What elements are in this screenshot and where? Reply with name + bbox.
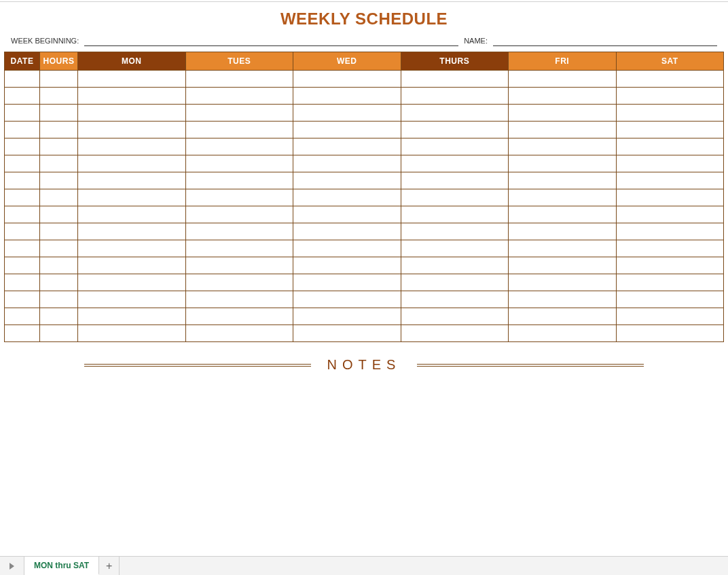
add-sheet-button[interactable]: + bbox=[99, 557, 120, 575]
cell-date[interactable] bbox=[5, 274, 40, 291]
cell-sat[interactable] bbox=[616, 172, 724, 189]
cell-fri[interactable] bbox=[509, 257, 617, 274]
cell-wed[interactable] bbox=[293, 206, 401, 223]
sheet-tab-active[interactable]: MON thru SAT bbox=[24, 557, 99, 575]
cell-thurs[interactable] bbox=[401, 189, 509, 206]
cell-fri[interactable] bbox=[509, 325, 617, 342]
cell-hours[interactable] bbox=[40, 308, 78, 325]
tab-nav-button[interactable] bbox=[0, 557, 24, 575]
cell-hours[interactable] bbox=[40, 138, 78, 155]
cell-mon[interactable] bbox=[78, 291, 186, 308]
cell-wed[interactable] bbox=[293, 155, 401, 172]
cell-date[interactable] bbox=[5, 308, 40, 325]
cell-mon[interactable] bbox=[78, 223, 186, 240]
cell-mon[interactable] bbox=[78, 105, 186, 122]
cell-mon[interactable] bbox=[78, 206, 186, 223]
cell-sat[interactable] bbox=[616, 155, 724, 172]
cell-date[interactable] bbox=[5, 138, 40, 155]
cell-hours[interactable] bbox=[40, 105, 78, 122]
cell-sat[interactable] bbox=[616, 257, 724, 274]
cell-wed[interactable] bbox=[293, 274, 401, 291]
cell-thurs[interactable] bbox=[401, 105, 509, 122]
cell-fri[interactable] bbox=[509, 172, 617, 189]
cell-date[interactable] bbox=[5, 122, 40, 138]
cell-tues[interactable] bbox=[185, 138, 293, 155]
cell-wed[interactable] bbox=[293, 325, 401, 342]
cell-thurs[interactable] bbox=[401, 308, 509, 325]
cell-tues[interactable] bbox=[185, 122, 293, 138]
cell-date[interactable] bbox=[5, 105, 40, 122]
cell-date[interactable] bbox=[5, 172, 40, 189]
cell-thurs[interactable] bbox=[401, 257, 509, 274]
cell-wed[interactable] bbox=[293, 308, 401, 325]
cell-wed[interactable] bbox=[293, 172, 401, 189]
cell-fri[interactable] bbox=[509, 71, 617, 88]
cell-sat[interactable] bbox=[616, 138, 724, 155]
cell-fri[interactable] bbox=[509, 206, 617, 223]
cell-thurs[interactable] bbox=[401, 325, 509, 342]
cell-fri[interactable] bbox=[509, 240, 617, 257]
cell-fri[interactable] bbox=[509, 105, 617, 122]
cell-tues[interactable] bbox=[185, 172, 293, 189]
cell-mon[interactable] bbox=[78, 88, 186, 105]
name-field[interactable] bbox=[493, 37, 717, 46]
cell-hours[interactable] bbox=[40, 206, 78, 223]
cell-sat[interactable] bbox=[616, 122, 724, 138]
cell-thurs[interactable] bbox=[401, 240, 509, 257]
cell-tues[interactable] bbox=[185, 88, 293, 105]
cell-wed[interactable] bbox=[293, 71, 401, 88]
cell-fri[interactable] bbox=[509, 274, 617, 291]
cell-tues[interactable] bbox=[185, 71, 293, 88]
cell-tues[interactable] bbox=[185, 274, 293, 291]
cell-sat[interactable] bbox=[616, 71, 724, 88]
cell-wed[interactable] bbox=[293, 122, 401, 138]
cell-tues[interactable] bbox=[185, 291, 293, 308]
cell-thurs[interactable] bbox=[401, 223, 509, 240]
cell-hours[interactable] bbox=[40, 189, 78, 206]
cell-thurs[interactable] bbox=[401, 88, 509, 105]
cell-wed[interactable] bbox=[293, 240, 401, 257]
cell-fri[interactable] bbox=[509, 189, 617, 206]
cell-hours[interactable] bbox=[40, 291, 78, 308]
cell-mon[interactable] bbox=[78, 240, 186, 257]
cell-date[interactable] bbox=[5, 325, 40, 342]
cell-tues[interactable] bbox=[185, 257, 293, 274]
cell-fri[interactable] bbox=[509, 291, 617, 308]
cell-sat[interactable] bbox=[616, 274, 724, 291]
cell-fri[interactable] bbox=[509, 122, 617, 138]
cell-thurs[interactable] bbox=[401, 71, 509, 88]
cell-date[interactable] bbox=[5, 206, 40, 223]
cell-mon[interactable] bbox=[78, 138, 186, 155]
cell-hours[interactable] bbox=[40, 155, 78, 172]
cell-mon[interactable] bbox=[78, 172, 186, 189]
cell-tues[interactable] bbox=[185, 240, 293, 257]
cell-date[interactable] bbox=[5, 291, 40, 308]
cell-thurs[interactable] bbox=[401, 172, 509, 189]
cell-thurs[interactable] bbox=[401, 122, 509, 138]
cell-date[interactable] bbox=[5, 240, 40, 257]
cell-tues[interactable] bbox=[185, 206, 293, 223]
cell-hours[interactable] bbox=[40, 257, 78, 274]
cell-hours[interactable] bbox=[40, 274, 78, 291]
cell-tues[interactable] bbox=[185, 155, 293, 172]
cell-wed[interactable] bbox=[293, 88, 401, 105]
cell-sat[interactable] bbox=[616, 88, 724, 105]
cell-thurs[interactable] bbox=[401, 155, 509, 172]
cell-sat[interactable] bbox=[616, 240, 724, 257]
cell-mon[interactable] bbox=[78, 274, 186, 291]
cell-date[interactable] bbox=[5, 223, 40, 240]
cell-mon[interactable] bbox=[78, 155, 186, 172]
cell-tues[interactable] bbox=[185, 105, 293, 122]
cell-thurs[interactable] bbox=[401, 206, 509, 223]
cell-hours[interactable] bbox=[40, 223, 78, 240]
cell-hours[interactable] bbox=[40, 325, 78, 342]
cell-sat[interactable] bbox=[616, 308, 724, 325]
cell-tues[interactable] bbox=[185, 308, 293, 325]
cell-fri[interactable] bbox=[509, 138, 617, 155]
cell-mon[interactable] bbox=[78, 189, 186, 206]
cell-thurs[interactable] bbox=[401, 274, 509, 291]
cell-mon[interactable] bbox=[78, 122, 186, 138]
cell-hours[interactable] bbox=[40, 172, 78, 189]
week-beginning-field[interactable] bbox=[84, 37, 458, 46]
cell-sat[interactable] bbox=[616, 223, 724, 240]
